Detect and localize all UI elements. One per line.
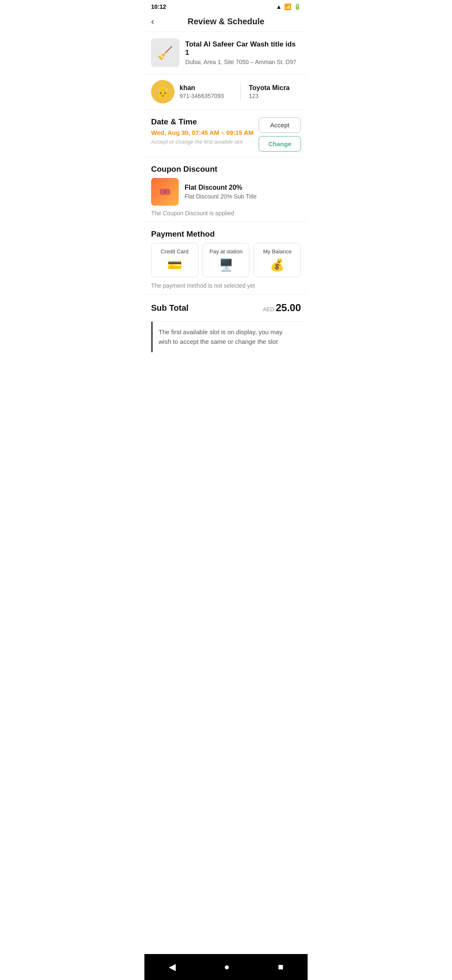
change-button[interactable]: Change — [259, 136, 301, 152]
wifi-icon: ▲ — [276, 3, 282, 10]
datetime-section: Date & Time Wed, Aug 30, 07:45 AM – 09:1… — [144, 110, 308, 157]
payment-pay-at-station-label: Pay at station — [210, 248, 243, 255]
status-time: 10:12 — [151, 3, 166, 10]
service-card: 🧹 Total Al Safeer Car Wash title ids 1 D… — [144, 32, 308, 74]
service-info: Total Al Safeer Car Wash title ids 1 Dub… — [185, 40, 301, 65]
vehicle-name: Toyota Micra — [249, 84, 301, 92]
payment-pay-at-station[interactable]: Pay at station 🖥️ — [203, 243, 250, 277]
page-title: Review & Schedule — [187, 17, 264, 26]
coupon-title: Flat Discount 20% — [185, 184, 257, 191]
user-info: khan 971-3466357093 — [180, 84, 232, 99]
datetime-value: Wed, Aug 30, 07:45 AM – 09:15 AM — [151, 129, 254, 136]
datetime-hint: Accept or change the first avialble slot — [151, 139, 254, 145]
vehicle-info: Toyota Micra 123 — [249, 84, 301, 99]
datetime-buttons: Accept Change — [259, 117, 301, 152]
payment-my-balance[interactable]: My Balance 💰 — [254, 243, 301, 277]
vertical-divider — [240, 83, 241, 101]
signal-icon: 📶 — [284, 3, 291, 10]
user-phone: 971-3466357093 — [180, 93, 232, 99]
subtotal-amount: 25.00 — [276, 302, 301, 314]
battery-icon: 🔋 — [294, 3, 301, 10]
payment-section-title: Payment Method — [151, 230, 301, 239]
payment-options: Credit Card 💳 Pay at station 🖥️ My Balan… — [151, 243, 301, 277]
payment-hint: The payment method is not selected yet — [151, 282, 301, 289]
payment-section: Payment Method Credit Card 💳 Pay at stat… — [144, 222, 308, 294]
subtotal-label: Sub Total — [151, 303, 189, 313]
subtotal-currency: AED — [263, 306, 274, 312]
back-icon: ‹ — [151, 16, 154, 27]
header: ‹ Review & Schedule — [144, 12, 308, 32]
coupon-section: Coupon Discount 🎟️ Flat Discount 20% Fla… — [144, 157, 308, 222]
info-box: The first available slot is on display, … — [151, 322, 301, 352]
datetime-left: Date & Time Wed, Aug 30, 07:45 AM – 09:1… — [151, 117, 254, 145]
coupon-applied-text: The Coupon Discount is applied — [151, 210, 301, 217]
info-box-text: The first available slot is on display, … — [159, 328, 295, 346]
status-icons: ▲ 📶 🔋 — [276, 3, 301, 10]
coupon-image: 🎟️ — [151, 178, 179, 206]
payment-credit-card[interactable]: Credit Card 💳 — [151, 243, 198, 277]
pay-at-station-icon: 🖥️ — [219, 258, 234, 272]
back-button[interactable]: ‹ — [151, 16, 154, 27]
coupon-section-title: Coupon Discount — [151, 165, 301, 174]
coupon-card: 🎟️ Flat Discount 20% Flat Discount 20% S… — [151, 178, 301, 206]
coupon-details: Flat Discount 20% Flat Discount 20% Sub … — [185, 184, 257, 200]
user-vehicle-card: 👴 khan 971-3466357093 Toyota Micra 123 — [144, 74, 308, 110]
coupon-subtitle: Flat Discount 20% Sub Title — [185, 193, 257, 200]
datetime-row: Date & Time Wed, Aug 30, 07:45 AM – 09:1… — [151, 117, 301, 152]
service-address: Dubai, Area 1, Site 7050 – Amman St. D97 — [185, 59, 301, 65]
vehicle-plate: 123 — [249, 93, 301, 99]
service-name: Total Al Safeer Car Wash title ids 1 — [185, 40, 301, 57]
user-name: khan — [180, 84, 232, 92]
accept-button[interactable]: Accept — [259, 117, 301, 133]
payment-credit-card-label: Credit Card — [161, 248, 188, 255]
credit-card-icon: 💳 — [167, 258, 182, 272]
subtotal-section: Sub Total AED 25.00 — [144, 294, 308, 322]
service-avatar: 🧹 — [151, 39, 180, 67]
subtotal-value: AED 25.00 — [263, 302, 301, 314]
my-balance-icon: 💰 — [270, 258, 285, 272]
status-bar: 10:12 ▲ 📶 🔋 — [144, 0, 308, 12]
datetime-label: Date & Time — [151, 117, 254, 126]
payment-my-balance-label: My Balance — [263, 248, 292, 255]
user-avatar: 👴 — [151, 80, 175, 103]
